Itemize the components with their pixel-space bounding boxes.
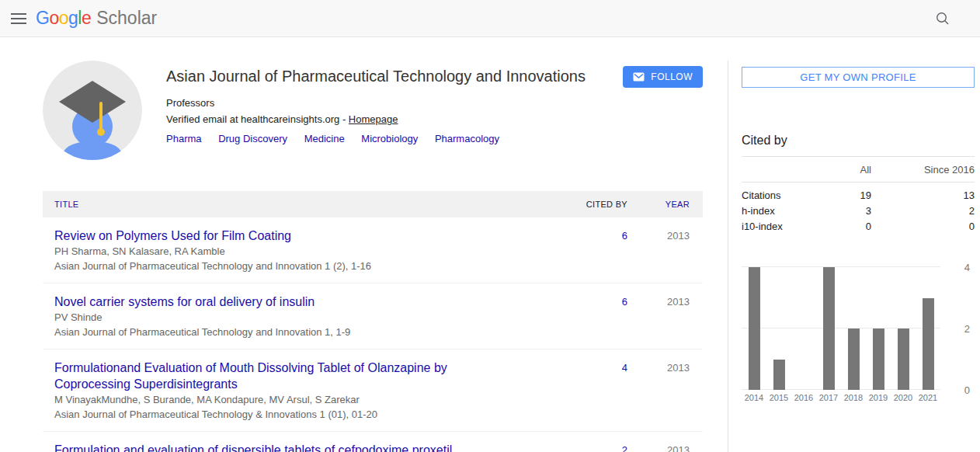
citations-all: 19 (786, 188, 871, 203)
chart-bar-2019[interactable] (873, 329, 884, 390)
col-all-label: All (786, 164, 871, 176)
y-tick-label: 4 (964, 262, 970, 273)
i10-index-label: i10-index (742, 219, 786, 235)
x-tick-label: 2014 (742, 393, 766, 402)
homepage-link[interactable]: Homepage (349, 113, 398, 125)
citations-per-year-chart: 20142015201620172018201920202021 024 (742, 267, 975, 402)
cited-by-heading: Cited by (742, 134, 975, 148)
y-tick-label: 0 (964, 384, 970, 396)
article-cited-count[interactable]: 2 (534, 442, 627, 452)
stat-row-i10-index: i10-index 0 0 (742, 219, 975, 235)
article-row: Novel carrier systems for oral delivery … (43, 283, 703, 349)
citations-since: 13 (871, 188, 975, 203)
chart-bar-2017[interactable] (823, 267, 835, 390)
article-year: 2013 (627, 228, 703, 273)
i10-index-all: 0 (786, 219, 871, 235)
interest-link-drug-discovery[interactable]: Drug Discovery (218, 133, 287, 144)
chart-y-axis: 024 (940, 267, 975, 390)
article-title-link[interactable]: Formulation and evaluation of dispersibl… (54, 442, 503, 452)
interest-link-pharma[interactable]: Pharma (166, 133, 202, 144)
article-authors: PH Sharma, SN Kalasare, RA Kamble (54, 245, 503, 259)
top-bar: Google Scholar (0, 0, 980, 37)
google-scholar-logo[interactable]: Google Scholar (36, 8, 157, 29)
avatar (43, 61, 142, 160)
scholar-logo-text: Scholar (96, 8, 157, 29)
x-tick-label: 2020 (891, 393, 916, 402)
profile-main: Asian Journal of Pharmaceutical Technolo… (43, 61, 703, 452)
stat-row-h-index: h-index 3 2 (742, 203, 975, 219)
article-venue: Asian Journal of Pharmaceutical Technolo… (54, 325, 503, 339)
article-row: Formulationand Evaluation of Mouth Disso… (43, 349, 703, 432)
y-tick-label: 2 (964, 323, 970, 335)
article-title-link[interactable]: Formulationand Evaluation of Mouth Disso… (54, 360, 503, 392)
article-venue: Asian Journal of Pharmaceutical Technolo… (54, 259, 503, 273)
follow-button[interactable]: FOLLOW (623, 66, 703, 88)
menu-icon[interactable] (5, 5, 33, 33)
chart-plot-area (742, 267, 940, 390)
x-tick-label: 2016 (791, 393, 816, 402)
get-my-own-profile-button[interactable]: GET MY OWN PROFILE (742, 67, 975, 88)
article-authors: M VinayakMundhe, S Burande, MA Kondapure… (54, 393, 503, 407)
article-cited-count[interactable]: 6 (534, 228, 627, 273)
chart-bar-2021[interactable] (923, 298, 934, 391)
chart-bar-2014[interactable] (749, 267, 760, 390)
profile-affiliation: Professors (166, 97, 601, 109)
interest-link-pharmacology[interactable]: Pharmacology (435, 133, 499, 144)
interest-links: Pharma Drug Discovery Medicine Microbiol… (166, 133, 601, 144)
sort-by-year[interactable]: YEAR (627, 200, 703, 209)
envelope-icon (633, 72, 645, 82)
col-since-label: Since 2016 (871, 164, 975, 176)
chart-bar-2018[interactable] (848, 329, 860, 390)
article-cited-count[interactable]: 4 (534, 360, 627, 422)
x-tick-label: 2021 (916, 393, 940, 402)
search-icon[interactable] (930, 6, 955, 31)
cited-by-columns: All Since 2016 (742, 157, 975, 183)
article-year: 2013 (627, 442, 703, 452)
article-row: Review on Polymers Used for Film Coating… (43, 217, 703, 283)
interest-link-medicine[interactable]: Medicine (304, 133, 345, 144)
article-cited-count[interactable]: 6 (534, 294, 627, 339)
sidebar: GET MY OWN PROFILE Cited by All Since 20… (728, 61, 975, 452)
citations-label: Citations (742, 188, 786, 203)
i10-index-since: 0 (871, 219, 975, 235)
tassel (99, 102, 103, 131)
h-index-label: h-index (742, 203, 786, 219)
article-title-link[interactable]: Novel carrier systems for oral delivery … (54, 294, 503, 310)
h-index-all: 3 (786, 203, 871, 219)
article-authors: PV Shinde (54, 311, 503, 325)
h-index-since: 2 (871, 203, 975, 219)
verified-email: Verified email at healthcareinsights.org… (166, 113, 601, 125)
chart-bar-2015[interactable] (773, 360, 785, 391)
articles-header-row: TITLE CITED BY YEAR (43, 191, 703, 217)
sort-by-cited: CITED BY (534, 200, 627, 209)
article-venue: Asian Journal of Pharmaceutical Technolo… (54, 408, 503, 422)
chart-bar-2020[interactable] (898, 329, 909, 390)
sort-by-title[interactable]: TITLE (43, 200, 534, 209)
x-tick-label: 2017 (816, 393, 841, 402)
x-tick-label: 2015 (766, 393, 791, 402)
article-row: Formulation and evaluation of dispersibl… (43, 432, 703, 452)
citation-stats: Citations 19 13 h-index 3 2 i10-index 0 … (742, 188, 975, 235)
interest-link-microbiology[interactable]: Microbiology (361, 133, 418, 144)
chart-x-labels: 20142015201620172018201920202021 (742, 393, 940, 402)
article-year: 2013 (627, 360, 703, 422)
x-tick-label: 2018 (841, 393, 866, 402)
google-logo: Google (36, 8, 91, 29)
article-title-link[interactable]: Review on Polymers Used for Film Coating (54, 228, 503, 244)
x-tick-label: 2019 (866, 393, 891, 402)
profile-name: Asian Journal of Pharmaceutical Technolo… (166, 66, 601, 86)
articles-table: TITLE CITED BY YEAR Review on Polymers U… (43, 191, 703, 452)
stat-row-citations: Citations 19 13 (742, 188, 975, 203)
article-year: 2013 (627, 294, 703, 339)
